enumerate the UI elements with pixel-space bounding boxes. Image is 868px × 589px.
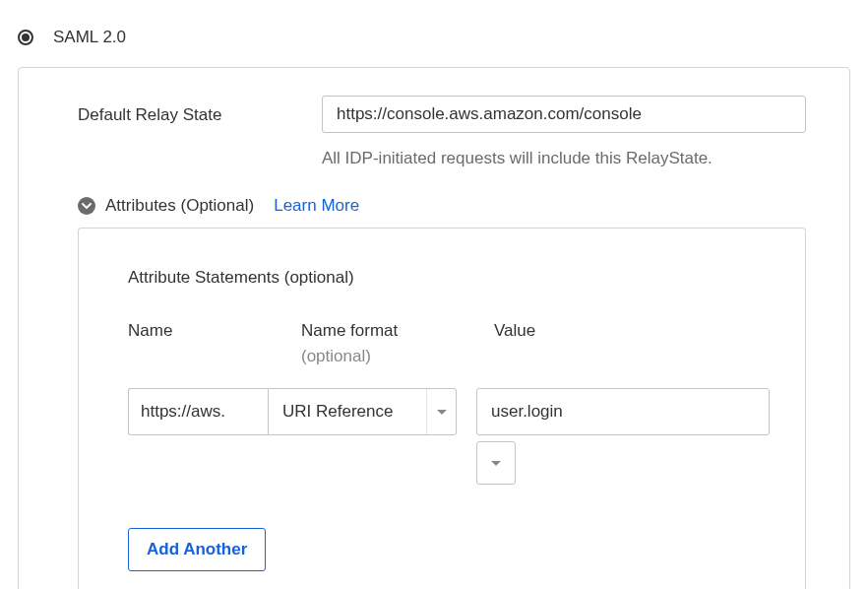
- learn-more-link[interactable]: Learn More: [274, 196, 359, 216]
- saml-label: SAML 2.0: [53, 28, 126, 47]
- col-header-value: Value: [494, 321, 535, 366]
- attribute-statements-title: Attribute Statements (optional): [128, 268, 805, 288]
- caret-down-icon: [437, 410, 447, 415]
- saml-radio[interactable]: [18, 30, 33, 45]
- col-header-name: Name: [128, 321, 301, 366]
- col-header-format-sub: (optional): [301, 347, 494, 366]
- attribute-row: URI Reference: [128, 388, 805, 485]
- saml-settings-panel: Default Relay State All IDP-initiated re…: [18, 67, 850, 589]
- select-caret: [426, 389, 456, 434]
- relay-state-input[interactable]: [322, 96, 806, 133]
- attributes-section-title: Attributes (Optional): [105, 196, 254, 216]
- attr-format-select[interactable]: URI Reference: [268, 388, 457, 435]
- attr-name-input[interactable]: [128, 388, 268, 435]
- attr-value-input[interactable]: [476, 388, 770, 435]
- value-dropdown-button[interactable]: [476, 441, 516, 485]
- attribute-statements-panel: Attribute Statements (optional) Name Nam…: [78, 228, 806, 589]
- attr-format-value: URI Reference: [282, 402, 393, 422]
- radio-selected-icon: [22, 33, 30, 41]
- chevron-down-icon[interactable]: [78, 197, 95, 215]
- col-header-format: Name format: [301, 321, 494, 341]
- add-another-button[interactable]: Add Another: [128, 528, 266, 571]
- caret-down-icon: [491, 461, 501, 466]
- relay-state-helper: All IDP-initiated requests will include …: [322, 149, 806, 168]
- relay-state-label: Default Relay State: [78, 96, 322, 125]
